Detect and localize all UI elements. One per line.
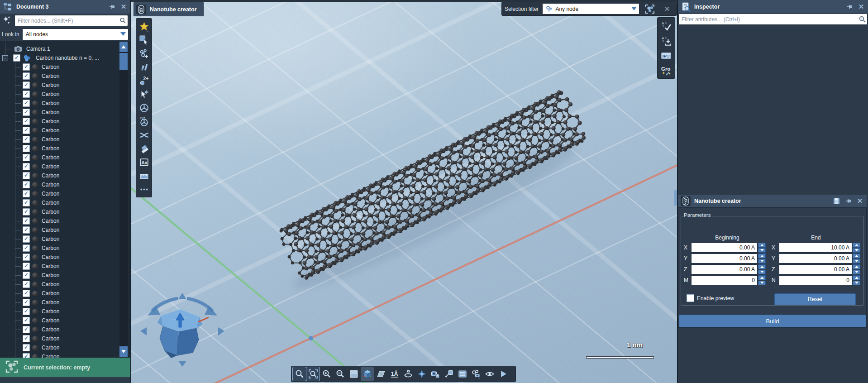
- tree-row-carbon[interactable]: ✓ Carbon: [23, 325, 130, 334]
- view-cube-button[interactable]: [361, 367, 374, 381]
- look-in-dropdown[interactable]: All nodes: [22, 29, 129, 40]
- node-checkbox[interactable]: ✓: [23, 326, 30, 333]
- tree-row-carbon[interactable]: ✓ Carbon: [23, 352, 130, 358]
- node-checkbox[interactable]: ✓: [23, 281, 30, 288]
- annotation-button[interactable]: [442, 367, 455, 381]
- spin-down-button[interactable]: [758, 270, 766, 275]
- undock-pin-icon[interactable]: [845, 3, 854, 11]
- tree-row-carbon[interactable]: ✓ Carbon: [23, 72, 130, 81]
- node-checkbox[interactable]: ✓: [23, 109, 30, 116]
- tree-row-carbon[interactable]: ✓ Carbon: [23, 189, 130, 198]
- node-checkbox[interactable]: ✓: [23, 254, 30, 261]
- dock-splitter-handle[interactable]: [674, 190, 677, 206]
- param-input-beginning-y[interactable]: [692, 254, 757, 263]
- zoom-in-button[interactable]: [320, 367, 333, 381]
- tree-row-camera[interactable]: Camera 1: [14, 44, 130, 53]
- background-button[interactable]: [347, 367, 360, 381]
- spin-down-button[interactable]: [853, 270, 860, 275]
- tree-row-carbon[interactable]: ✓ Carbon: [23, 108, 130, 117]
- tree-row-carbon[interactable]: ✓ Carbon: [23, 334, 130, 343]
- tree-row-nanotube[interactable]: ✓ Carbon nanotube n = 0, ...: [13, 53, 130, 62]
- spin-down-button[interactable]: [853, 259, 860, 264]
- add-atoms-button[interactable]: [137, 47, 151, 60]
- tree-row-carbon[interactable]: ✓ Carbon: [23, 99, 130, 108]
- node-checkbox[interactable]: ✓: [23, 290, 30, 297]
- spinner[interactable]: [758, 264, 766, 274]
- node-checkbox[interactable]: ✓: [23, 145, 30, 152]
- tree-row-carbon[interactable]: ✓ Carbon: [23, 117, 130, 126]
- spinner[interactable]: [853, 264, 860, 274]
- text-label-button[interactable]: Aa: [137, 155, 151, 169]
- spinner[interactable]: [758, 243, 766, 253]
- node-checkbox[interactable]: ✓: [23, 118, 30, 125]
- presets-button[interactable]: [456, 367, 469, 381]
- spin-down-button[interactable]: [758, 259, 766, 264]
- tree-row-carbon[interactable]: ✓ Carbon: [23, 316, 130, 325]
- node-checkbox[interactable]: ✓: [23, 91, 30, 98]
- tree-row-carbon[interactable]: ✓ Carbon: [23, 207, 130, 216]
- tree-row-carbon[interactable]: ✓ Carbon: [23, 343, 130, 352]
- rotate-dial-button[interactable]: [137, 101, 151, 115]
- favorites-star-button[interactable]: [137, 19, 151, 33]
- node-checkbox[interactable]: ✓: [23, 308, 30, 315]
- node-checkbox[interactable]: ✓: [23, 154, 30, 161]
- node-checkbox[interactable]: ✓: [23, 272, 30, 279]
- tree-row-carbon[interactable]: ✓ Carbon: [23, 244, 130, 253]
- spin-up-button[interactable]: [758, 275, 766, 280]
- spinner[interactable]: [758, 254, 766, 263]
- tree-row-carbon[interactable]: ✓ Carbon: [23, 81, 130, 90]
- close-panel-icon[interactable]: ✕: [119, 3, 128, 11]
- tree-row-carbon[interactable]: ✓ Carbon: [23, 271, 130, 280]
- viewport-3d[interactable]: 1 nm: [131, 0, 677, 383]
- unit-angstrom-button[interactable]: 1Å: [388, 367, 401, 381]
- tree-row-carbon[interactable]: ✓ Carbon: [23, 253, 130, 262]
- snapshot-button[interactable]: [429, 367, 442, 381]
- charge-button[interactable]: 2+: [137, 74, 151, 87]
- select-tool-button[interactable]: [137, 33, 151, 47]
- node-checkbox[interactable]: ✓: [23, 353, 30, 358]
- tree-row-carbon[interactable]: ✓ Carbon: [23, 171, 130, 180]
- tree-scrollbar[interactable]: [119, 42, 128, 357]
- node-checkbox[interactable]: ✓: [23, 226, 30, 234]
- tree-row-carbon[interactable]: ✓ Carbon: [23, 307, 130, 316]
- spin-up-button[interactable]: [853, 275, 860, 280]
- orbit-camera-button[interactable]: [401, 367, 415, 381]
- close-filter-bar-button[interactable]: ✕: [660, 2, 674, 16]
- node-checkbox[interactable]: ✓: [23, 63, 30, 71]
- param-input-end-x[interactable]: [779, 243, 852, 252]
- undock-pin-icon[interactable]: [844, 197, 852, 205]
- node-checkbox[interactable]: ✓: [23, 136, 30, 143]
- node-checkbox[interactable]: ✓: [23, 299, 30, 306]
- undock-pin-icon[interactable]: [108, 3, 116, 11]
- node-checkbox[interactable]: ✓: [23, 72, 30, 80]
- param-input-end-n[interactable]: [779, 276, 852, 285]
- scrollbar-thumb[interactable]: [119, 53, 128, 70]
- spin-up-button[interactable]: [853, 264, 860, 269]
- tree-row-carbon[interactable]: ✓ Carbon: [23, 225, 130, 235]
- scroll-down-button[interactable]: [119, 346, 128, 357]
- tree-row-carbon[interactable]: ✓ Carbon: [23, 62, 130, 72]
- node-checkbox[interactable]: ✓: [23, 344, 30, 351]
- spin-down-button[interactable]: [853, 248, 860, 253]
- node-checkbox[interactable]: ✓: [23, 163, 30, 170]
- filter-attributes-input[interactable]: [679, 14, 867, 24]
- spinner[interactable]: [853, 243, 860, 253]
- spin-down-button[interactable]: [758, 281, 766, 286]
- tree-row-carbon[interactable]: ✓ Carbon: [23, 162, 130, 171]
- select-check-button[interactable]: ASS: [659, 19, 673, 33]
- node-checkbox[interactable]: ✓: [23, 335, 30, 342]
- spin-up-button[interactable]: [758, 264, 766, 269]
- node-checkbox[interactable]: ✓: [23, 190, 30, 197]
- filter-nodes-input[interactable]: [15, 15, 128, 26]
- spin-up-button[interactable]: [853, 254, 860, 259]
- spin-up-button[interactable]: [758, 254, 766, 259]
- document-tree[interactable]: Camera 1- ✓ Carbon nanotube n = 0, ... ✓…: [0, 41, 130, 358]
- tree-row-carbon[interactable]: ✓ Carbon: [23, 90, 130, 99]
- twist-button[interactable]: [137, 128, 151, 142]
- eraser-button[interactable]: [137, 142, 151, 155]
- visibility-eye-button[interactable]: [483, 367, 496, 381]
- select-filtered-button[interactable]: [643, 2, 657, 16]
- spin-up-button[interactable]: [853, 243, 860, 248]
- node-checkbox[interactable]: ✓: [23, 317, 30, 324]
- tree-row-carbon[interactable]: ✓ Carbon: [23, 298, 130, 307]
